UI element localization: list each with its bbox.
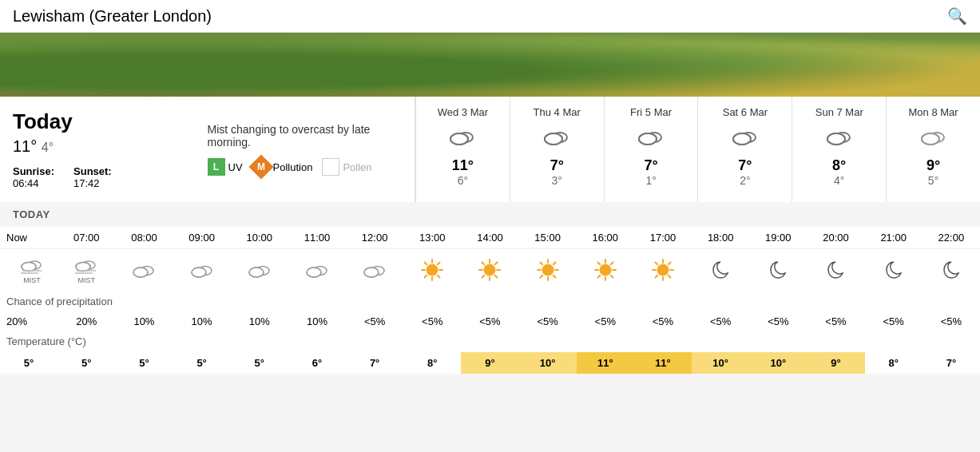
time-cell: 13:00 [403,227,461,249]
forecast-day-high: 11° [452,157,474,174]
forecast-days: Wed 3 Mar 11° 6° Thu 4 Mar 7° 3° Fri 5 M… [415,97,980,202]
forecast-day-name: Wed 3 Mar [438,106,488,118]
svg-line-67 [553,276,555,278]
svg-point-42 [364,268,379,277]
precip-cell: <5% [922,312,980,331]
today-indicators: L UV M Pollution Pollen [208,158,403,176]
temp-cell: 8° [865,352,922,374]
svg-point-36 [249,268,264,277]
weather-icon-cell [577,258,634,282]
time-cell: Now [0,227,58,249]
precip-cell: <5% [749,312,807,331]
svg-line-68 [553,263,555,265]
icon-cell [519,249,577,291]
svg-line-78 [597,276,600,278]
svg-line-76 [610,276,613,278]
precip-cell: 10% [231,312,288,331]
forecast-day-icon [731,125,760,153]
moon-icon [883,260,904,280]
main-panel: Today 11° 4° Sunrise: 06:44 Sunset: 17:4… [0,97,980,202]
today-high: 11° [13,137,37,155]
weather-icon-cell [403,258,461,282]
forecast-day-low: 2° [740,174,750,187]
svg-point-5 [545,133,562,145]
sun-icon [420,258,444,282]
temp-label-row: Temperature (°C) [0,331,980,352]
forecast-day[interactable]: Fri 5 Mar 7° 1° [604,97,698,202]
icon-cell [922,249,980,291]
pollution-label: Pollution [273,161,313,173]
time-cell: 12:00 [346,227,403,249]
svg-point-25 [76,263,90,272]
temp-cell: 5° [231,352,288,374]
svg-line-86 [669,263,671,265]
forecast-day-high: 7° [550,157,564,174]
temp-cell: 7° [346,352,403,374]
svg-line-77 [610,263,613,265]
temp-cell: 5° [0,352,58,374]
today-temps: 11° 4° [13,137,208,156]
cloud-icon [731,125,760,147]
today-right: Mist changing to overcast by late mornin… [208,109,403,189]
cloud-icon [189,260,215,280]
forecast-day-low: 5° [928,174,938,187]
time-cell: 18:00 [692,227,749,249]
forecast-day[interactable]: Mon 8 Mar 9° 5° [886,97,980,202]
weather-icon-cell: MIST [6,256,58,284]
svg-line-59 [495,263,498,265]
forecast-day-name: Thu 4 Mar [534,106,581,118]
svg-point-11 [733,133,751,145]
uv-label: UV [228,161,243,173]
forecast-day-name: Sat 6 Mar [723,106,768,118]
pollution-badge: M Pollution [252,158,313,176]
time-cell: 10:00 [231,227,288,249]
temp-cell: 5° [115,352,173,374]
search-icon[interactable]: 🔍 [947,6,967,26]
svg-line-84 [655,263,657,265]
temp-cell: 5° [58,352,115,374]
time-cell: 09:00 [173,227,231,249]
time-cell: 11:00 [288,227,346,249]
cloud-dark-icon [919,125,948,147]
precip-cell: 10% [288,312,346,331]
forecast-day[interactable]: Sat 6 Mar 7° 2° [697,97,792,202]
time-cell: 07:00 [58,227,115,249]
icon-cell [173,249,231,291]
svg-point-30 [133,268,148,277]
forecast-day-low: 6° [458,174,468,187]
weather-icon-cell [807,260,864,280]
pollen-icon [322,158,339,176]
time-cell: 16:00 [577,227,634,249]
forecast-day-name: Fri 5 Mar [630,106,672,118]
time-cell: 08:00 [115,227,173,249]
weather-icon-cell [288,260,346,280]
forecast-day[interactable]: Sun 7 Mar 8° 4° [792,97,886,202]
icon-label: MIST [23,276,41,284]
location-title: Lewisham (Greater London) [13,7,947,26]
forecast-day-icon [825,125,854,153]
svg-line-57 [482,263,485,265]
sunset-time: 17:42 [73,177,100,189]
cloud-icon [448,125,477,147]
uv-badge: L UV [208,158,243,176]
forecast-day[interactable]: Wed 3 Mar 11° 6° [415,97,510,202]
temp-cell: 8° [403,352,461,374]
weather-icon-cell [173,260,231,280]
precip-cell: <5% [519,312,577,331]
temp-cell: 9° [807,352,864,374]
temp-cell: 5° [173,352,231,374]
weather-icon-cell [231,260,288,280]
weather-icon-cell [519,258,577,282]
mist-icon [73,256,99,275]
svg-point-17 [922,133,939,145]
icon-row: MIST MIST [0,249,980,291]
precip-cell: <5% [807,312,864,331]
svg-line-50 [438,263,440,265]
temp-cell: 11° [577,352,634,374]
svg-line-60 [482,276,485,278]
forecast-day-high: 7° [644,157,657,174]
forecast-day-icon [542,125,571,153]
today-low: 4° [42,141,54,154]
forecast-day[interactable]: Thu 4 Mar 7° 3° [510,97,604,202]
forecast-day-icon [919,125,948,153]
